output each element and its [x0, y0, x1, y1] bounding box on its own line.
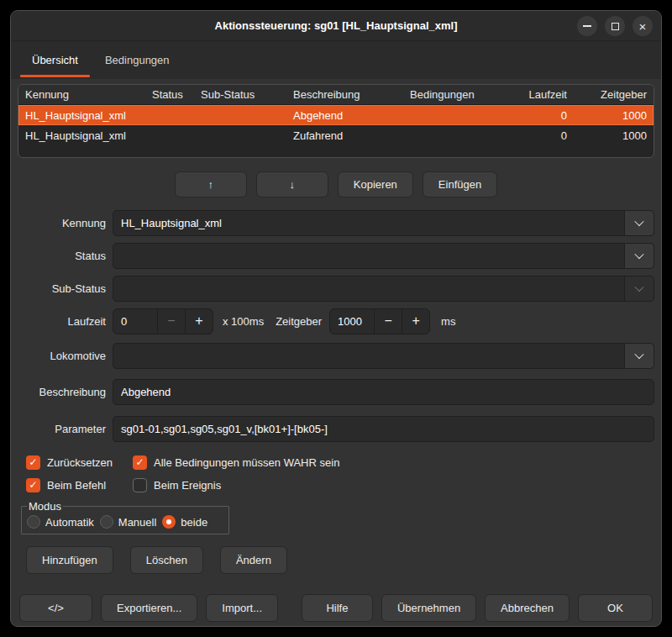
table-row[interactable]: HL_Hauptsignal_xml Abgehend 0 1000 [18, 105, 654, 125]
lokomotive-input[interactable] [113, 344, 624, 368]
chevron-down-icon [634, 250, 643, 259]
col-bedingungen[interactable]: Bedingungen [403, 88, 508, 101]
parameter-input[interactable] [113, 417, 654, 441]
sub-status-label: Sub-Status [18, 282, 106, 295]
col-kennung[interactable]: Kennung [18, 88, 145, 101]
status-input[interactable] [113, 244, 624, 268]
col-beschreibung[interactable]: Beschreibung [286, 88, 403, 101]
code-icon: </> [48, 602, 64, 614]
radio-off-icon[interactable] [27, 515, 40, 529]
help-button[interactable]: Hilfe [302, 594, 373, 622]
radio-on-icon[interactable] [162, 515, 176, 529]
table-header[interactable]: Kennung Status Sub-Status Beschreibung B… [18, 85, 654, 105]
checkbox-unchecked-icon[interactable] [133, 478, 147, 492]
beschreibung-field[interactable] [113, 379, 654, 405]
checkbox-beim-ereignis[interactable]: Beim Ereignis [133, 478, 221, 492]
lokomotive-dropdown-button[interactable] [624, 344, 654, 368]
radio-off-icon[interactable] [100, 515, 113, 529]
parameter-field[interactable] [113, 416, 654, 442]
beschreibung-input[interactable] [113, 380, 654, 404]
col-status[interactable]: Status [145, 88, 194, 101]
zeitgeber-label: Zeitgeber [276, 315, 322, 328]
copy-button[interactable]: Kopieren [338, 171, 413, 197]
close-button[interactable]: × [633, 16, 653, 36]
tab-uebersicht[interactable]: Übersicht [18, 41, 92, 79]
parameter-label: Parameter [18, 423, 106, 435]
minus-icon: − [384, 313, 391, 329]
minimize-button[interactable] [577, 16, 597, 36]
zeitgeber-decrement-button[interactable]: − [374, 309, 402, 334]
laufzeit-increment-button[interactable]: + [185, 309, 213, 334]
sub-status-dropdown-button [624, 276, 654, 301]
checkbox-beim-befehl[interactable]: Beim Befehl [26, 478, 133, 492]
maximize-icon [612, 23, 619, 30]
arrow-up-icon: ↑ [208, 178, 214, 191]
laufzeit-label: Laufzeit [18, 315, 106, 328]
zeitgeber-unit-label: ms [441, 315, 455, 328]
window-title: Aktionssteuerung: sg01 [HL_Hauptsignal_x… [215, 19, 458, 32]
laufzeit-unit-label: x 100ms [223, 315, 264, 328]
status-dropdown-button[interactable] [624, 244, 654, 268]
col-laufzeit[interactable]: Laufzeit [508, 88, 574, 101]
checkbox-checked-icon[interactable] [26, 478, 40, 492]
delete-button[interactable]: Löschen [130, 546, 203, 574]
checkbox-zuruecksetzen[interactable]: Zurücksetzen [26, 455, 133, 470]
apply-button[interactable]: Übernehmen [381, 594, 476, 622]
laufzeit-input[interactable] [113, 309, 157, 334]
kennung-input[interactable] [113, 211, 624, 235]
zeitgeber-increment-button[interactable]: + [402, 309, 429, 334]
code-view-button[interactable]: </> [19, 594, 92, 622]
col-sub-status[interactable]: Sub-Status [194, 88, 286, 101]
tab-bar: Übersicht Bedingungen [11, 41, 661, 79]
table-row[interactable]: HL_Hauptsignal_xml Zufahrend 0 1000 [18, 125, 654, 145]
radio-manuell[interactable]: Manuell [100, 515, 157, 529]
status-label: Status [18, 250, 106, 262]
lokomotive-label: Lokomotive [18, 350, 106, 362]
paste-button[interactable]: Einfügen [423, 171, 497, 197]
export-button[interactable]: Exportieren... [101, 594, 197, 622]
minimize-icon [583, 25, 591, 27]
zeitgeber-input[interactable] [330, 309, 374, 334]
maximize-button[interactable] [605, 16, 625, 36]
actions-table: Kennung Status Sub-Status Beschreibung B… [18, 84, 654, 158]
window-controls: × [577, 11, 653, 41]
status-combobox[interactable] [113, 243, 654, 269]
list-toolbar: ↑ ↓ Kopieren Einfügen [18, 171, 654, 197]
titlebar[interactable]: Aktionssteuerung: sg01 [HL_Hauptsignal_x… [11, 11, 661, 41]
move-up-button[interactable]: ↑ [175, 171, 247, 197]
laufzeit-spinner: − + [113, 308, 213, 334]
screen-background: Aktionssteuerung: sg01 [HL_Hauptsignal_x… [0, 0, 672, 637]
arrow-down-icon: ↓ [290, 178, 296, 191]
move-down-button[interactable]: ↓ [256, 171, 328, 197]
edit-actions: Hinzufügen Löschen Ändern [26, 546, 654, 574]
chevron-down-icon [634, 282, 643, 292]
tab-bedingungen[interactable]: Bedingungen [92, 41, 183, 79]
checkbox-checked-icon[interactable] [133, 455, 147, 470]
beschreibung-label: Beschreibung [18, 386, 106, 398]
cancel-button[interactable]: Abbrechen [485, 594, 570, 622]
minus-icon: − [167, 313, 175, 329]
add-button[interactable]: Hinzufügen [26, 546, 113, 574]
sub-status-combobox [113, 276, 654, 302]
dialog-window: Aktionssteuerung: sg01 [HL_Hauptsignal_x… [10, 10, 662, 627]
radio-beide[interactable]: beide [162, 515, 207, 529]
chevron-down-icon [634, 217, 643, 226]
kennung-label: Kennung [18, 217, 106, 229]
ok-button[interactable]: OK [578, 594, 653, 622]
kennung-dropdown-button[interactable] [624, 211, 654, 235]
lokomotive-combobox[interactable] [113, 343, 654, 369]
plus-icon: + [195, 313, 202, 329]
radio-automatik[interactable]: Automatik [27, 515, 94, 529]
plus-icon: + [412, 313, 419, 329]
checkbox-alle-bedingungen[interactable]: Alle Bedingungen müssen WAHR sein [133, 455, 339, 470]
chevron-down-icon [634, 350, 643, 359]
change-button[interactable]: Ändern [220, 546, 287, 574]
modus-group: Modus Automatik Manuell beide [21, 500, 229, 534]
checkbox-checked-icon[interactable] [26, 455, 40, 470]
kennung-combobox[interactable] [113, 210, 654, 236]
laufzeit-decrement-button[interactable]: − [157, 309, 185, 334]
import-button[interactable]: Import... [206, 594, 278, 622]
modus-legend: Modus [27, 500, 63, 513]
sub-status-input [113, 276, 624, 301]
col-zeitgeber[interactable]: Zeitgeber [574, 88, 654, 101]
